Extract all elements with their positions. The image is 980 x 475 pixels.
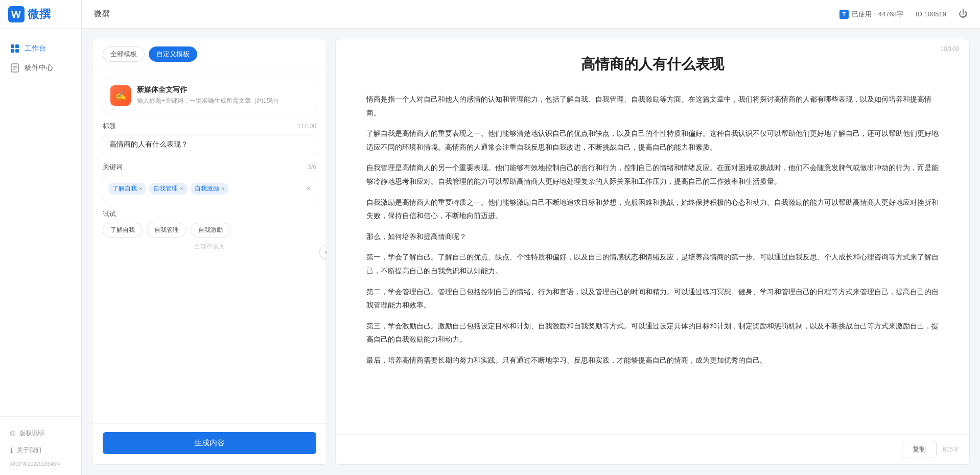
keyword-tag-1[interactable]: 自我管理 × [149, 183, 187, 195]
paragraph-0: 情商是指一个人对自己和他人的感情的认知和管理能力，包括了解自我、自我管理、自我激… [366, 92, 939, 120]
sidebar-item-workbench-label: 工作台 [25, 44, 46, 53]
keywords-box[interactable]: 了解自我 × 自我管理 × 自我激励 × ✕ [103, 176, 316, 201]
sidebar: W 微撰 工作台 [0, 0, 82, 475]
svg-rect-4 [11, 49, 14, 53]
keywords-counter: 3/6 [308, 163, 316, 171]
svg-rect-2 [11, 44, 14, 48]
title-group: 标题 11/100 [103, 122, 316, 154]
keywords-group: 关键词 3/6 了解自我 × 自我管理 × 自我激励 [103, 162, 316, 201]
keyword-remove-2[interactable]: × [221, 185, 224, 192]
copyright-label: 版权说明 [19, 429, 44, 438]
copyright-icon: © [10, 430, 15, 438]
suggestions-row: 了解自我 自我管理 自我激励 [103, 223, 316, 238]
suggestion-2[interactable]: 自我激励 [191, 223, 230, 238]
tab-all[interactable]: 全部模板 [103, 46, 145, 62]
content-area: 全部模板 自定义模板 ✍ 新媒体全文写作 输入标题+关键词，一键准确生成所需文章… [82, 29, 980, 475]
clear-hint[interactable]: 白清空录入 [103, 243, 316, 251]
sidebar-item-drafts-label: 稿件中心 [25, 63, 53, 73]
right-panel: 10/100 高情商的人有什么表现 情商是指一个人对自己和他人的感情的认知和管理… [335, 39, 970, 465]
header-usage: T 已使用：44768字 [839, 10, 903, 19]
template-card[interactable]: ✍ 新媒体全文写作 输入标题+关键词，一键准确生成所需文章（约15秒） [103, 78, 316, 113]
app-name: 微撰 [28, 7, 51, 22]
title-input[interactable] [103, 135, 316, 154]
paragraph-4: 那么，如何培养和提高情商呢？ [366, 230, 939, 244]
header: 微撰 T 已使用：44768字 ID:100519 ⏻ [82, 0, 980, 29]
article-body: 情商是指一个人对自己和他人的感情的认知和管理能力，包括了解自我、自我管理、自我激… [336, 82, 969, 434]
keywords-label: 关键词 [103, 162, 123, 172]
paragraph-6: 第二，学会管理自己。管理自己包括控制自己的情绪、行为和言语，以及管理自己的时间和… [366, 285, 939, 312]
keyword-remove-1[interactable]: × [180, 185, 183, 192]
sidebar-item-workbench[interactable]: 工作台 [0, 39, 81, 58]
suggestion-1[interactable]: 自我管理 [147, 223, 186, 238]
title-label: 标题 [103, 122, 116, 131]
sidebar-item-copyright[interactable]: © 版权说明 [0, 425, 81, 442]
main-wrapper: 微撰 T 已使用：44768字 ID:100519 ⏻ 全部模板 自定义模板 ✍… [82, 0, 980, 475]
copy-button[interactable]: 复制 [902, 441, 937, 458]
svg-rect-3 [15, 44, 19, 48]
sidebar-bottom: © 版权说明 ℹ 关于我们 ©ICP备2022016946号 [0, 416, 81, 475]
left-panel: 全部模板 自定义模板 ✍ 新媒体全文写作 输入标题+关键词，一键准确生成所需文章… [92, 39, 327, 465]
logo: W 微撰 [0, 0, 81, 29]
generate-area: 生成内容 [92, 423, 326, 464]
paragraph-7: 第三，学会激励自己。激励自己包括设定目标和计划、自我激励和自我奖励等方式。可以通… [366, 319, 939, 346]
usage-label: 已使用：44768字 [852, 10, 903, 19]
collapse-icon: ◀ [324, 248, 328, 255]
panel-tabs: 全部模板 自定义模板 [92, 39, 326, 69]
generate-button[interactable]: 生成内容 [103, 432, 316, 454]
title-counter: 11/100 [297, 123, 316, 130]
template-icon: ✍ [110, 85, 131, 106]
paragraph-2: 自我管理是高情商人的另一个重要表现。他们能够有效地控制自己的言行和行为，控制自己… [366, 161, 939, 188]
workbench-icon [10, 44, 19, 53]
logo-icon: W [8, 6, 25, 22]
suggestions-label: 试试 [103, 209, 316, 219]
sidebar-nav: 工作台 稿件中心 [0, 29, 81, 416]
paragraph-1: 了解自我是高情商人的重要表现之一。他们能够清楚地认识自己的优点和缺点，以及自己的… [366, 127, 939, 154]
power-icon[interactable]: ⏻ [959, 9, 968, 19]
article-header: 10/100 高情商的人有什么表现 [336, 39, 969, 82]
keyword-tag-0[interactable]: 了解自我 × [108, 183, 146, 195]
article-footer: 复制 615字 [336, 434, 969, 464]
header-id: ID:100519 [916, 10, 946, 18]
icp-text: ©ICP备2022016946号 [0, 459, 81, 470]
about-label: 关于我们 [17, 446, 41, 455]
template-desc: 输入标题+关键词，一键准确生成所需文章（约15秒） [137, 97, 309, 105]
keyword-tag-2[interactable]: 自我激励 × [191, 183, 228, 195]
article-title: 高情商的人有什么表现 [366, 55, 939, 74]
paragraph-5: 第一，学会了解自己。了解自己的优点、缺点、个性特质和偏好，以及自己的情感状态和情… [366, 250, 939, 277]
svg-rect-5 [15, 49, 19, 53]
suggestions-group: 试试 了解自我 自我管理 自我激励 白清空录入 [103, 209, 316, 251]
header-title: 微撰 [94, 9, 109, 19]
suggestion-0[interactable]: 了解自我 [103, 223, 143, 238]
usage-icon: T [839, 10, 849, 19]
svg-text:W: W [11, 9, 21, 20]
paragraph-3: 自我激励是高情商人的重要特质之一。他们能够激励自己不断地追求目标和梦想，克服困难… [366, 196, 939, 223]
header-right: T 已使用：44768字 ID:100519 ⏻ [839, 9, 968, 19]
form-section: 标题 11/100 关键词 3/6 了解自我 × [92, 122, 326, 423]
drafts-icon [10, 63, 19, 73]
tab-custom[interactable]: 自定义模板 [149, 46, 197, 62]
template-name: 新媒体全文写作 [137, 85, 309, 94]
page-counter: 10/100 [940, 45, 959, 53]
paragraph-8: 最后，培养高情商需要长期的努力和实践。只有通过不断地学习、反思和实践，才能够提高… [366, 353, 939, 367]
about-icon: ℹ [10, 446, 13, 455]
word-count: 615字 [943, 445, 959, 454]
keywords-clear-btn[interactable]: ✕ [306, 184, 312, 193]
keyword-remove-0[interactable]: × [139, 185, 142, 192]
sidebar-item-drafts[interactable]: 稿件中心 [0, 58, 81, 78]
sidebar-item-about[interactable]: ℹ 关于我们 [0, 442, 81, 459]
